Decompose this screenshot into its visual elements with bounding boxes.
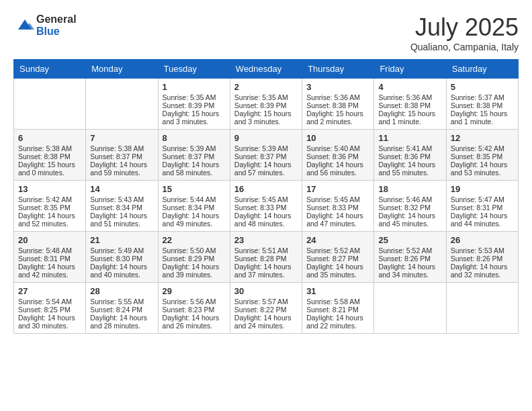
day-info: Sunrise: 5:42 AMSunset: 8:35 PMDaylight:…	[18, 195, 75, 228]
day-info: Sunrise: 5:35 AMSunset: 8:39 PMDaylight:…	[234, 93, 292, 126]
day-info: Sunrise: 5:51 AMSunset: 8:28 PMDaylight:…	[234, 246, 292, 279]
day-number: 27	[18, 286, 81, 296]
day-info: Sunrise: 5:49 AMSunset: 8:30 PMDaylight:…	[90, 246, 147, 279]
day-number: 12	[451, 133, 514, 143]
calendar-cell: 30Sunrise: 5:57 AMSunset: 8:22 PMDayligh…	[230, 283, 302, 334]
calendar-cell: 14Sunrise: 5:43 AMSunset: 8:34 PMDayligh…	[86, 181, 158, 232]
location-subtitle: Qualiano, Campania, Italy	[410, 42, 519, 52]
calendar-cell: 21Sunrise: 5:49 AMSunset: 8:30 PMDayligh…	[86, 232, 158, 283]
day-info: Sunrise: 5:57 AMSunset: 8:22 PMDaylight:…	[234, 298, 292, 330]
day-info: Sunrise: 5:55 AMSunset: 8:24 PMDaylight:…	[90, 298, 147, 330]
day-number: 9	[234, 133, 298, 143]
calendar-cell: 1Sunrise: 5:35 AMSunset: 8:39 PMDaylight…	[158, 79, 230, 130]
day-info: Sunrise: 5:45 AMSunset: 8:33 PMDaylight:…	[306, 195, 363, 228]
calendar-cell: 5Sunrise: 5:37 AMSunset: 8:38 PMDaylight…	[446, 79, 518, 130]
calendar-cell: 22Sunrise: 5:50 AMSunset: 8:29 PMDayligh…	[158, 232, 230, 283]
calendar-cell: 17Sunrise: 5:45 AMSunset: 8:33 PMDayligh…	[302, 181, 374, 232]
day-info: Sunrise: 5:56 AMSunset: 8:23 PMDaylight:…	[163, 298, 220, 330]
calendar-cell: 15Sunrise: 5:44 AMSunset: 8:34 PMDayligh…	[158, 181, 230, 232]
day-number: 4	[378, 82, 441, 92]
calendar-week-3: 13Sunrise: 5:42 AMSunset: 8:35 PMDayligh…	[14, 181, 519, 232]
day-number: 5	[451, 82, 514, 92]
calendar-cell	[446, 283, 518, 334]
day-info: Sunrise: 5:52 AMSunset: 8:26 PMDaylight:…	[378, 246, 435, 279]
day-number: 13	[18, 184, 81, 194]
day-info: Sunrise: 5:43 AMSunset: 8:34 PMDaylight:…	[90, 195, 147, 228]
weekday-header-wednesday: Wednesday	[230, 60, 302, 79]
calendar-week-2: 6Sunrise: 5:38 AMSunset: 8:38 PMDaylight…	[14, 130, 519, 181]
day-info: Sunrise: 5:36 AMSunset: 8:38 PMDaylight:…	[306, 93, 363, 126]
calendar-cell: 6Sunrise: 5:38 AMSunset: 8:38 PMDaylight…	[14, 130, 86, 181]
day-info: Sunrise: 5:53 AMSunset: 8:26 PMDaylight:…	[451, 246, 508, 279]
day-info: Sunrise: 5:36 AMSunset: 8:38 PMDaylight:…	[378, 93, 435, 126]
calendar-table: SundayMondayTuesdayWednesdayThursdayFrid…	[13, 59, 519, 334]
day-number: 17	[306, 184, 369, 194]
calendar-cell: 11Sunrise: 5:41 AMSunset: 8:36 PMDayligh…	[374, 130, 446, 181]
day-number: 18	[378, 184, 441, 194]
day-number: 30	[234, 286, 298, 296]
day-number: 7	[90, 133, 153, 143]
calendar-cell: 3Sunrise: 5:36 AMSunset: 8:38 PMDaylight…	[302, 79, 374, 130]
calendar-cell	[374, 283, 446, 334]
page-header: General Blue July 2025 Qualiano, Campani…	[13, 13, 519, 52]
day-info: Sunrise: 5:52 AMSunset: 8:27 PMDaylight:…	[306, 246, 363, 279]
calendar-cell: 13Sunrise: 5:42 AMSunset: 8:35 PMDayligh…	[14, 181, 86, 232]
calendar-cell: 25Sunrise: 5:52 AMSunset: 8:26 PMDayligh…	[374, 232, 446, 283]
day-info: Sunrise: 5:37 AMSunset: 8:38 PMDaylight:…	[451, 93, 508, 126]
weekday-header-sunday: Sunday	[14, 60, 86, 79]
day-info: Sunrise: 5:38 AMSunset: 8:37 PMDaylight:…	[90, 144, 147, 177]
day-number: 11	[378, 133, 441, 143]
calendar-cell: 31Sunrise: 5:58 AMSunset: 8:21 PMDayligh…	[302, 283, 374, 334]
calendar-cell: 10Sunrise: 5:40 AMSunset: 8:36 PMDayligh…	[302, 130, 374, 181]
day-info: Sunrise: 5:38 AMSunset: 8:38 PMDaylight:…	[18, 144, 75, 177]
calendar-cell: 29Sunrise: 5:56 AMSunset: 8:23 PMDayligh…	[158, 283, 230, 334]
calendar-cell: 28Sunrise: 5:55 AMSunset: 8:24 PMDayligh…	[86, 283, 158, 334]
calendar-cell: 23Sunrise: 5:51 AMSunset: 8:28 PMDayligh…	[230, 232, 302, 283]
day-number: 8	[163, 133, 226, 143]
day-number: 29	[163, 286, 226, 296]
weekday-header-monday: Monday	[86, 60, 158, 79]
logo: General Blue	[13, 13, 77, 38]
calendar-cell: 8Sunrise: 5:39 AMSunset: 8:37 PMDaylight…	[158, 130, 230, 181]
calendar-cell: 7Sunrise: 5:38 AMSunset: 8:37 PMDaylight…	[86, 130, 158, 181]
day-info: Sunrise: 5:47 AMSunset: 8:31 PMDaylight:…	[451, 195, 508, 228]
calendar-cell: 12Sunrise: 5:42 AMSunset: 8:35 PMDayligh…	[446, 130, 518, 181]
day-number: 25	[378, 235, 441, 245]
day-info: Sunrise: 5:46 AMSunset: 8:32 PMDaylight:…	[378, 195, 435, 228]
title-block: July 2025 Qualiano, Campania, Italy	[410, 13, 519, 52]
day-number: 19	[451, 184, 514, 194]
calendar-cell: 26Sunrise: 5:53 AMSunset: 8:26 PMDayligh…	[446, 232, 518, 283]
calendar-cell: 24Sunrise: 5:52 AMSunset: 8:27 PMDayligh…	[302, 232, 374, 283]
day-info: Sunrise: 5:42 AMSunset: 8:35 PMDaylight:…	[451, 144, 508, 177]
calendar-cell: 27Sunrise: 5:54 AMSunset: 8:25 PMDayligh…	[14, 283, 86, 334]
day-info: Sunrise: 5:48 AMSunset: 8:31 PMDaylight:…	[18, 246, 75, 279]
calendar-cell: 19Sunrise: 5:47 AMSunset: 8:31 PMDayligh…	[446, 181, 518, 232]
day-info: Sunrise: 5:39 AMSunset: 8:37 PMDaylight:…	[163, 144, 220, 177]
weekday-header-tuesday: Tuesday	[158, 60, 230, 79]
day-number: 26	[451, 235, 514, 245]
calendar-cell: 18Sunrise: 5:46 AMSunset: 8:32 PMDayligh…	[374, 181, 446, 232]
logo-general: General Blue	[36, 13, 77, 38]
day-info: Sunrise: 5:41 AMSunset: 8:36 PMDaylight:…	[378, 144, 435, 177]
calendar-cell	[86, 79, 158, 130]
day-number: 6	[18, 133, 81, 143]
calendar-cell: 16Sunrise: 5:45 AMSunset: 8:33 PMDayligh…	[230, 181, 302, 232]
weekday-header-row: SundayMondayTuesdayWednesdayThursdayFrid…	[14, 60, 519, 79]
calendar-cell	[14, 79, 86, 130]
calendar-week-4: 20Sunrise: 5:48 AMSunset: 8:31 PMDayligh…	[14, 232, 519, 283]
day-number: 21	[90, 235, 153, 245]
day-info: Sunrise: 5:39 AMSunset: 8:37 PMDaylight:…	[234, 144, 292, 177]
weekday-header-friday: Friday	[374, 60, 446, 79]
weekday-header-saturday: Saturday	[446, 60, 518, 79]
day-info: Sunrise: 5:45 AMSunset: 8:33 PMDaylight:…	[234, 195, 292, 228]
day-number: 20	[18, 235, 81, 245]
day-number: 2	[234, 82, 298, 92]
logo-icon	[15, 16, 35, 33]
day-number: 3	[306, 82, 369, 92]
day-number: 28	[90, 286, 153, 296]
day-info: Sunrise: 5:50 AMSunset: 8:29 PMDaylight:…	[163, 246, 220, 279]
day-info: Sunrise: 5:54 AMSunset: 8:25 PMDaylight:…	[18, 298, 75, 330]
day-number: 1	[163, 82, 226, 92]
day-info: Sunrise: 5:58 AMSunset: 8:21 PMDaylight:…	[306, 298, 363, 330]
calendar-week-1: 1Sunrise: 5:35 AMSunset: 8:39 PMDaylight…	[14, 79, 519, 130]
